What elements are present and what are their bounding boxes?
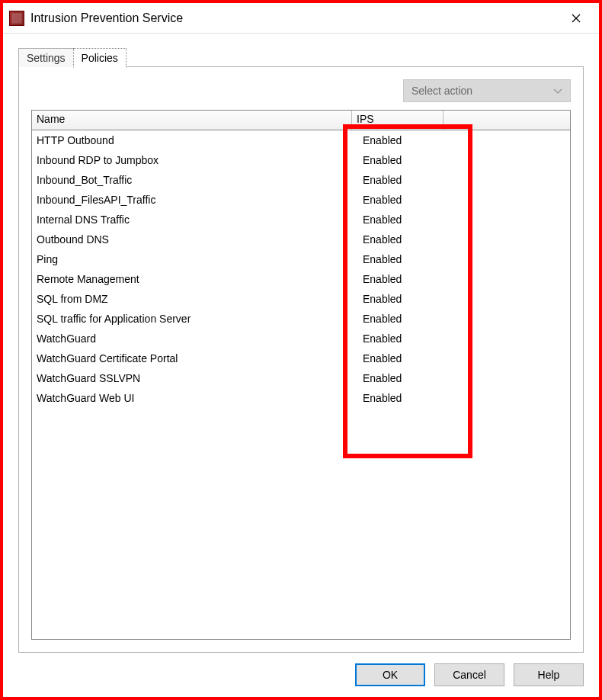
- cell-ips: Enabled: [352, 213, 443, 226]
- tab-panel-policies: Select action Name IPS HTTP OutboundEnab…: [18, 66, 584, 653]
- table-row[interactable]: Internal DNS TrafficEnabled: [32, 210, 570, 230]
- cell-ips: Enabled: [352, 233, 443, 246]
- help-button[interactable]: Help: [514, 663, 584, 686]
- cell-ips: Enabled: [352, 312, 443, 326]
- cell-name: WatchGuard Web UI: [32, 391, 352, 405]
- cell-name: Ping: [32, 252, 352, 266]
- close-icon: [572, 14, 581, 23]
- cell-ips: Enabled: [352, 391, 443, 405]
- column-header-spacer: [443, 111, 570, 130]
- cell-name: SQL traffic for Application Server: [32, 312, 352, 326]
- cell-ips: Enabled: [352, 371, 443, 385]
- cell-ips: Enabled: [352, 133, 443, 147]
- cell-name: WatchGuard: [32, 332, 352, 345]
- table-body: HTTP OutboundEnabledInbound RDP to Jumpb…: [32, 130, 570, 408]
- tab-row: Settings Policies: [18, 46, 584, 67]
- cancel-button[interactable]: Cancel: [434, 663, 504, 686]
- cell-name: Inbound_FilesAPI_Traffic: [32, 193, 352, 207]
- cell-ips: Enabled: [352, 292, 443, 306]
- tab-policies-label: Policies: [82, 52, 118, 64]
- select-action-dropdown[interactable]: Select action: [403, 79, 571, 102]
- dialog-button-row: OK Cancel Help: [18, 653, 584, 686]
- policies-table: Name IPS HTTP OutboundEnabledInbound RDP…: [31, 110, 571, 640]
- column-header-ips[interactable]: IPS: [352, 111, 443, 130]
- table-row[interactable]: SQL traffic for Application ServerEnable…: [32, 309, 570, 329]
- cell-name: HTTP Outbound: [32, 133, 352, 147]
- cell-name: WatchGuard SSLVPN: [32, 371, 352, 385]
- cell-ips: Enabled: [352, 252, 443, 266]
- table-row[interactable]: Inbound_Bot_TrafficEnabled: [32, 170, 570, 190]
- window-title: Intrusion Prevention Service: [30, 11, 559, 25]
- table-row[interactable]: Remote ManagementEnabled: [32, 269, 570, 289]
- help-button-label: Help: [538, 669, 560, 681]
- tab-settings[interactable]: Settings: [18, 48, 74, 67]
- table-row[interactable]: HTTP OutboundEnabled: [32, 130, 570, 150]
- cell-name: SQL from DMZ: [32, 292, 352, 306]
- cell-ips: Enabled: [352, 332, 443, 345]
- cell-name: WatchGuard Certificate Portal: [32, 352, 352, 365]
- app-icon: [9, 11, 24, 26]
- cell-name: Remote Management: [32, 272, 352, 286]
- table-row[interactable]: Inbound RDP to JumpboxEnabled: [32, 150, 570, 170]
- table-row[interactable]: SQL from DMZEnabled: [32, 289, 570, 309]
- table-header: Name IPS: [32, 111, 570, 130]
- titlebar: Intrusion Prevention Service: [3, 3, 599, 34]
- cell-name: Internal DNS Traffic: [32, 213, 352, 226]
- cancel-button-label: Cancel: [453, 669, 486, 681]
- cell-name: Outbound DNS: [32, 233, 352, 246]
- table-row[interactable]: WatchGuardEnabled: [32, 329, 570, 348]
- table-row[interactable]: PingEnabled: [32, 249, 570, 269]
- select-action-label: Select action: [411, 85, 472, 97]
- close-button[interactable]: [559, 7, 593, 30]
- cell-ips: Enabled: [352, 193, 443, 207]
- table-row[interactable]: WatchGuard Web UIEnabled: [32, 388, 570, 408]
- cell-ips: Enabled: [352, 153, 443, 167]
- table-row[interactable]: Inbound_FilesAPI_TrafficEnabled: [32, 190, 570, 210]
- tab-settings-label: Settings: [27, 52, 66, 64]
- cell-name: Inbound RDP to Jumpbox: [32, 153, 352, 167]
- svg-rect-0: [11, 13, 22, 24]
- cell-name: Inbound_Bot_Traffic: [32, 173, 352, 187]
- table-row[interactable]: WatchGuard SSLVPNEnabled: [32, 368, 570, 388]
- table-row[interactable]: WatchGuard Certificate PortalEnabled: [32, 348, 570, 368]
- cell-ips: Enabled: [352, 272, 443, 286]
- chevron-down-icon: [553, 85, 562, 97]
- ok-button[interactable]: OK: [355, 663, 425, 686]
- column-header-name[interactable]: Name: [32, 111, 352, 130]
- table-row[interactable]: Outbound DNSEnabled: [32, 230, 570, 249]
- tab-policies[interactable]: Policies: [73, 48, 126, 68]
- ok-button-label: OK: [383, 669, 398, 681]
- cell-ips: Enabled: [352, 173, 443, 187]
- cell-ips: Enabled: [352, 352, 443, 365]
